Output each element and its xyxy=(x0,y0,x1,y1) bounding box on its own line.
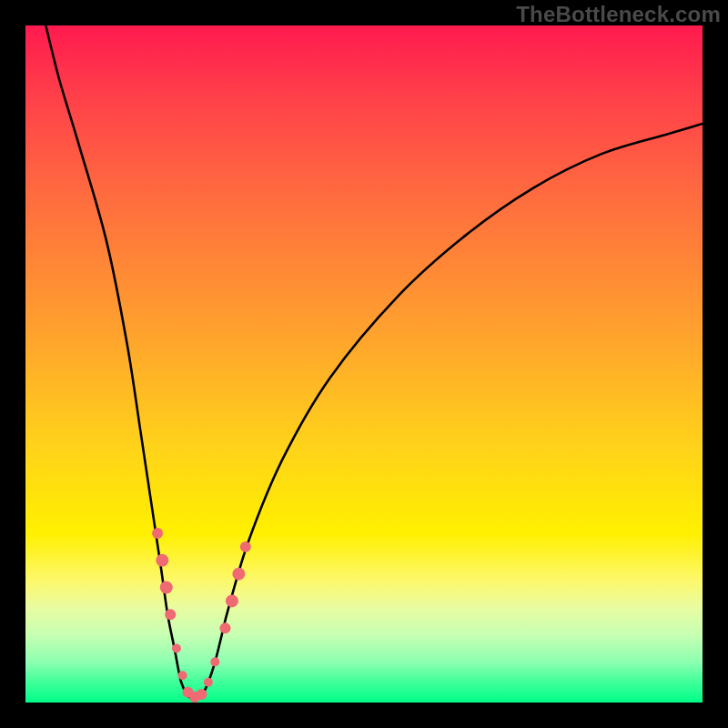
data-markers xyxy=(152,528,251,703)
data-marker xyxy=(204,678,213,687)
data-marker xyxy=(219,622,230,633)
data-marker xyxy=(178,671,187,680)
data-marker xyxy=(196,689,207,700)
data-marker xyxy=(232,568,245,581)
data-marker xyxy=(172,643,181,652)
data-marker xyxy=(152,528,163,539)
chart-svg xyxy=(25,25,703,703)
data-marker xyxy=(156,554,168,567)
plot-area xyxy=(25,25,703,703)
data-marker xyxy=(160,581,173,594)
data-marker xyxy=(226,594,238,607)
bottleneck-curve xyxy=(46,25,703,699)
chart-frame: TheBottleneck.com xyxy=(0,0,728,728)
data-marker xyxy=(210,657,219,666)
data-marker xyxy=(165,609,176,620)
data-marker xyxy=(240,541,251,552)
watermark-label: TheBottleneck.com xyxy=(516,2,721,27)
